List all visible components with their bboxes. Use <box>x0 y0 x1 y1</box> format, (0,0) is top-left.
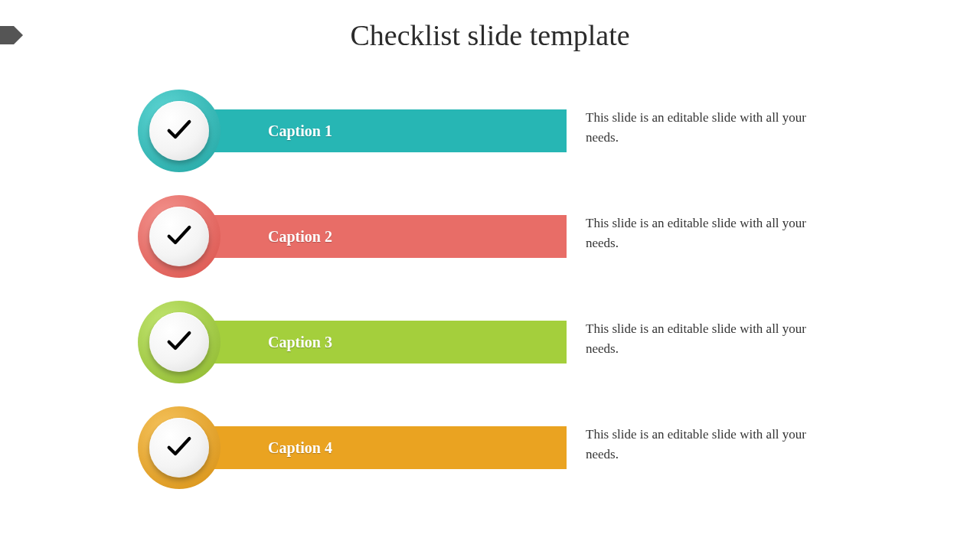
check-badge <box>138 301 220 383</box>
check-icon <box>164 220 194 253</box>
check-disc <box>149 207 209 266</box>
item-description: This slide is an editable slide with all… <box>586 425 838 464</box>
caption-label: Caption 4 <box>268 439 332 457</box>
check-disc <box>149 101 209 161</box>
caption-label: Caption 1 <box>268 122 332 140</box>
caption-bar: Caption 4 <box>176 426 567 469</box>
check-badge <box>138 195 220 278</box>
checklist-item-3: Caption 3 This slide is an editable slid… <box>138 299 842 383</box>
item-description: This slide is an editable slide with all… <box>586 319 838 358</box>
caption-bar: Caption 3 <box>176 321 567 364</box>
caption-bar: Caption 2 <box>176 215 567 258</box>
checklist: Caption 1 This slide is an editable slid… <box>138 88 842 510</box>
check-badge <box>138 90 220 172</box>
slide-title: Checklist slide template <box>0 18 980 52</box>
item-description: This slide is an editable slide with all… <box>586 108 838 147</box>
check-badge <box>138 406 220 489</box>
check-disc <box>149 418 209 478</box>
caption-bar: Caption 1 <box>176 109 567 152</box>
checklist-item-1: Caption 1 This slide is an editable slid… <box>138 88 842 172</box>
checklist-item-4: Caption 4 This slide is an editable slid… <box>138 405 842 489</box>
caption-label: Caption 2 <box>268 228 332 246</box>
checklist-item-2: Caption 2 This slide is an editable slid… <box>138 194 842 278</box>
check-disc <box>149 312 209 372</box>
check-icon <box>164 114 194 148</box>
caption-label: Caption 3 <box>268 334 332 351</box>
item-description: This slide is an editable slide with all… <box>586 214 838 253</box>
check-icon <box>164 431 194 465</box>
slide: Checklist slide template Caption 1 This … <box>0 0 980 551</box>
check-icon <box>164 325 194 359</box>
